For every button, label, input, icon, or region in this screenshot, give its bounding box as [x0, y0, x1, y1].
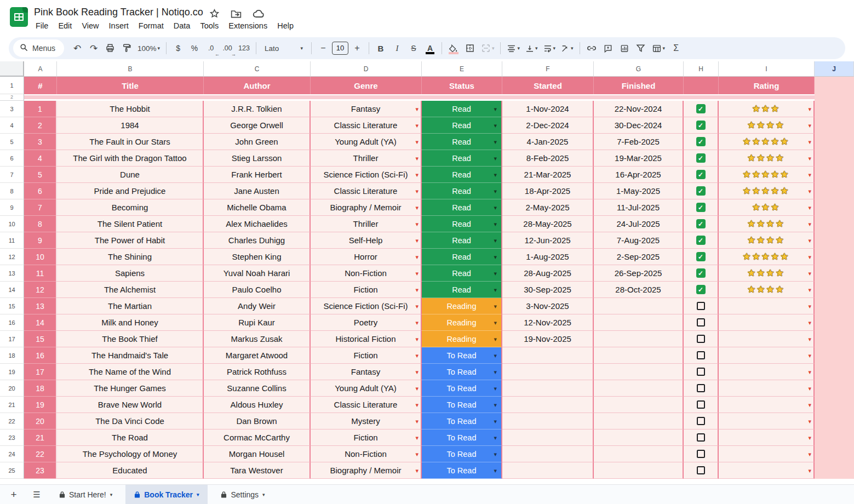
checkbox-checked[interactable]: ✓ [696, 121, 706, 130]
cell-genre[interactable]: Fantasy▾ [311, 364, 422, 380]
cell-genre[interactable]: Non-Fiction▾ [311, 446, 422, 462]
cell-started[interactable]: 12-Nov-2025 [502, 314, 594, 331]
checkbox-checked[interactable]: ✓ [696, 137, 706, 146]
genre-dropdown-icon[interactable]: ▾ [415, 270, 419, 277]
cell-title[interactable]: Dune [57, 167, 204, 183]
genre-dropdown-icon[interactable]: ▾ [415, 335, 419, 342]
rating-dropdown-icon[interactable]: ▾ [808, 270, 811, 277]
cell-rating[interactable]: ★★★▾ [719, 101, 815, 117]
move-to-folder-icon[interactable] [231, 9, 242, 21]
cell-genre[interactable]: Classic Literature▾ [311, 183, 422, 199]
select-all-corner[interactable] [0, 61, 24, 77]
cell-j-filler[interactable] [815, 462, 854, 479]
status-dropdown-icon[interactable]: ▾ [494, 105, 497, 112]
cell-genre[interactable]: Thriller▾ [311, 150, 422, 167]
header-cell-Rating[interactable]: Rating [719, 77, 815, 94]
cell-genre[interactable]: Poetry▾ [311, 314, 422, 331]
paint-format-button[interactable] [119, 41, 134, 56]
cell-genre[interactable]: Horror▾ [311, 249, 422, 265]
cell-author[interactable]: John Green [204, 134, 311, 150]
rating-dropdown-icon[interactable]: ▾ [808, 171, 811, 178]
cell-genre[interactable]: Self-Help▾ [311, 232, 422, 249]
checkbox-checked[interactable]: ✓ [696, 203, 706, 212]
row-header-4[interactable]: 4 [0, 117, 24, 134]
cell-j-filler[interactable] [815, 397, 854, 413]
cell-finished[interactable]: 1-May-2025 [594, 183, 684, 199]
cell-title[interactable]: The Silent Patient [57, 216, 204, 232]
cell-genre[interactable]: Fantasy▾ [311, 101, 422, 117]
checkbox-unchecked[interactable] [697, 368, 705, 376]
genre-dropdown-icon[interactable]: ▾ [415, 434, 419, 441]
cell-rating[interactable]: ▾ [719, 331, 815, 347]
rating-dropdown-icon[interactable]: ▾ [808, 352, 811, 359]
checkbox-unchecked[interactable] [697, 351, 705, 359]
menu-tools[interactable]: Tools [195, 20, 223, 32]
cell-number[interactable]: 16 [24, 347, 57, 364]
status-dropdown-icon[interactable]: ▾ [494, 352, 497, 359]
status-dropdown-icon[interactable]: ▾ [494, 270, 497, 277]
row-header-5[interactable]: 5 [0, 134, 24, 150]
status-dropdown-icon[interactable]: ▾ [494, 171, 497, 178]
row-header-21[interactable]: 21 [0, 397, 24, 413]
status-dropdown-icon[interactable]: ▾ [494, 286, 497, 293]
cell-author[interactable]: Stieg Larsson [204, 150, 311, 167]
column-header-A[interactable]: A [24, 61, 57, 77]
rating-dropdown-icon[interactable]: ▾ [808, 302, 811, 310]
add-sheet-button[interactable]: + [4, 485, 23, 504]
row-header-9[interactable]: 9 [0, 199, 24, 216]
cell-finished[interactable] [594, 462, 684, 479]
cell-status[interactable]: Read▾ [422, 150, 502, 167]
cell-title[interactable]: The Hunger Games [57, 380, 204, 397]
checkbox-checked[interactable]: ✓ [696, 268, 706, 278]
checkbox-unchecked[interactable] [697, 302, 705, 310]
cell-finished[interactable] [594, 397, 684, 413]
cell-title[interactable]: The Martian [57, 298, 204, 314]
cell-started[interactable]: 28-May-2025 [502, 216, 594, 232]
status-dropdown-icon[interactable]: ▾ [494, 187, 497, 194]
cell-title[interactable]: 1984 [57, 117, 204, 134]
cell-genre[interactable]: Non-Fiction▾ [311, 265, 422, 282]
cell-genre[interactable]: Young Adult (YA)▾ [311, 380, 422, 397]
borders-button[interactable] [462, 41, 478, 56]
cell-title[interactable]: The Book Thief [57, 331, 204, 347]
cell-number[interactable]: 22 [24, 446, 57, 462]
genre-dropdown-icon[interactable]: ▾ [415, 352, 419, 359]
font-family-select[interactable]: Lato▾ [260, 41, 307, 56]
cell-started[interactable]: 21-Mar-2025 [502, 167, 594, 183]
cell-j-filler[interactable] [815, 265, 854, 282]
cell-status[interactable]: Reading▾ [422, 314, 502, 331]
cell-number[interactable]: 6 [24, 183, 57, 199]
column-header-G[interactable]: G [594, 61, 684, 77]
genre-dropdown-icon[interactable]: ▾ [415, 253, 419, 260]
status-dropdown-icon[interactable]: ▾ [494, 434, 497, 441]
status-dropdown-icon[interactable]: ▾ [494, 154, 497, 162]
cell-finished-checkbox[interactable] [684, 397, 719, 413]
checkbox-unchecked[interactable] [697, 433, 705, 442]
fill-color-button[interactable] [446, 41, 461, 56]
status-dropdown-icon[interactable]: ▾ [494, 220, 497, 227]
cell-status[interactable]: To Read▾ [422, 429, 502, 446]
header-cell-Status[interactable]: Status [422, 77, 502, 94]
vertical-align-select[interactable]: ▾ [523, 41, 540, 56]
cell-j-filler[interactable] [815, 331, 854, 347]
insert-link-button[interactable] [584, 41, 599, 56]
cell-number[interactable]: 4 [24, 150, 57, 167]
cell-finished[interactable] [594, 429, 684, 446]
cell-finished-checkbox[interactable]: ✓ [684, 117, 719, 134]
text-rotation-select[interactable]: ▾ [559, 41, 576, 56]
cell-author[interactable]: Alex Michaelides [204, 216, 311, 232]
cell-title[interactable]: The Hobbit [57, 101, 204, 117]
genre-dropdown-icon[interactable]: ▾ [415, 417, 419, 425]
cell-number[interactable]: 9 [24, 232, 57, 249]
header-cell-#[interactable]: # [24, 77, 57, 94]
cell-j-filler[interactable] [815, 101, 854, 117]
rating-dropdown-icon[interactable]: ▾ [808, 187, 811, 194]
cell-genre[interactable]: Young Adult (YA)▾ [311, 134, 422, 150]
checkbox-unchecked[interactable] [697, 450, 705, 458]
cell-finished[interactable] [594, 314, 684, 331]
cell-finished[interactable]: 2-Sep-2025 [594, 249, 684, 265]
menu-insert[interactable]: Insert [104, 20, 134, 32]
status-dropdown-icon[interactable]: ▾ [494, 401, 497, 408]
cell-j-filler[interactable] [815, 150, 854, 167]
cell-j-filler[interactable] [815, 167, 854, 183]
